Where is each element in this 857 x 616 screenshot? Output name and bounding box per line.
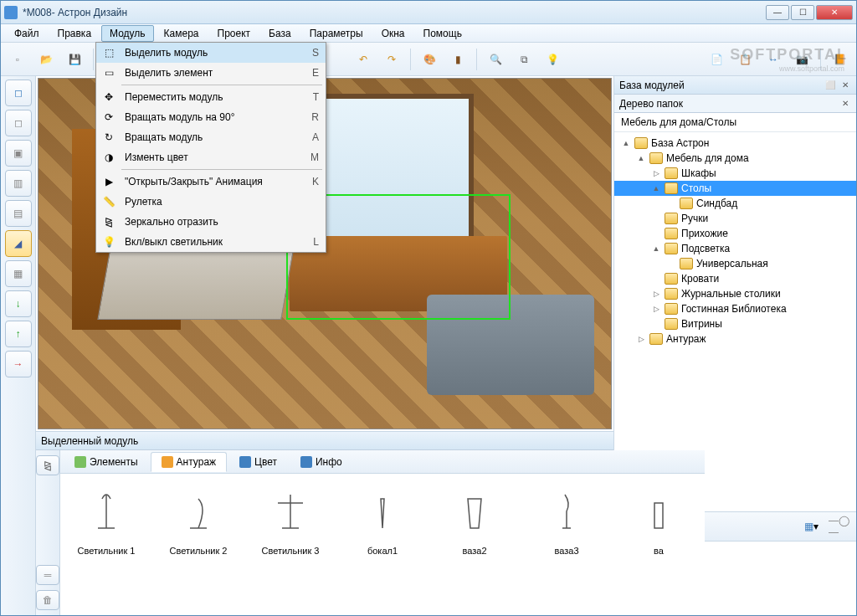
tree-item[interactable]: ▷Гостинная Библиотека <box>614 301 856 316</box>
tree-label: Прихожие <box>681 228 728 239</box>
help-button[interactable]: 📙 <box>828 48 851 71</box>
gallery-item[interactable]: ва <box>621 482 696 607</box>
new-button[interactable]: ▫ <box>6 48 29 71</box>
right-subtitle: Дерево папок <box>619 98 683 110</box>
tree-item[interactable]: Прихожие <box>614 226 856 241</box>
export-button[interactable]: 📋 <box>733 48 757 71</box>
tree-item[interactable]: Синдбад <box>614 196 856 211</box>
mirror-button[interactable]: ⧉ <box>512 48 536 71</box>
cube-front-icon[interactable]: ▣ <box>5 140 32 167</box>
camera-icon[interactable]: ▦ <box>5 260 32 287</box>
tree-toggle-icon[interactable]: ▲ <box>651 244 661 253</box>
tree-toggle-icon[interactable]: ▷ <box>651 305 661 313</box>
right-panel-header: База модулей ⬜ ✕ <box>614 76 856 95</box>
gallery-item[interactable]: Светильник 1 <box>69 482 144 607</box>
menu-файл[interactable]: Файл <box>6 25 48 42</box>
menu-item-label: "Открыть/Закрыть" Анимация <box>125 176 299 187</box>
close-tree-icon[interactable]: ✕ <box>839 98 851 110</box>
color-icon: ◑ <box>100 150 118 165</box>
trash-icon[interactable]: 🗑 <box>36 590 59 610</box>
menu-модуль[interactable]: Модуль <box>101 25 154 42</box>
tree-item[interactable]: Кровати <box>614 271 856 286</box>
gallery-thumb <box>634 482 684 541</box>
close-button[interactable]: ✕ <box>816 5 853 20</box>
gallery[interactable]: Светильник 1Светильник 2Светильник 3бока… <box>60 474 705 615</box>
close-panel-icon[interactable]: ✕ <box>839 80 851 91</box>
down-arrow-icon[interactable]: ↓ <box>5 290 32 317</box>
tree-item[interactable]: Универсальная <box>614 256 856 271</box>
cube-top-icon[interactable]: ▤ <box>5 200 32 227</box>
slider-icon[interactable]: ═ <box>36 565 59 585</box>
menu-item[interactable]: 📏Рулетка <box>96 192 326 212</box>
tree-toggle-icon[interactable]: ▲ <box>636 154 646 162</box>
perspective-icon[interactable]: ◢ <box>5 230 32 257</box>
tree-toggle-icon[interactable]: ▲ <box>621 139 631 147</box>
tab-инфо[interactable]: Инфо <box>290 452 353 472</box>
tab-элементы[interactable]: Элементы <box>64 452 149 472</box>
minimize-button[interactable]: — <box>766 5 789 20</box>
cube-solid-icon[interactable]: ◻ <box>5 80 32 106</box>
tree-item[interactable]: ▷Журнальные столики <box>614 286 856 301</box>
menu-item[interactable]: ✥Переместить модульT <box>96 87 326 107</box>
palette-button[interactable]: 🎨 <box>418 48 441 71</box>
gallery-label: Светильник 3 <box>262 546 320 556</box>
menu-item[interactable]: ↻Вращать модульA <box>96 127 326 147</box>
menu-помощь[interactable]: Помощь <box>415 25 470 42</box>
tab-цвет[interactable]: Цвет <box>228 452 288 472</box>
tree-toggle-icon[interactable]: ▷ <box>651 169 661 177</box>
right-arrow-icon[interactable]: → <box>5 351 32 377</box>
menu-item[interactable]: ▭Выделить элементE <box>96 63 326 83</box>
menu-item-shortcut: M <box>297 151 319 163</box>
cube-side-icon[interactable]: ▥ <box>5 170 32 197</box>
tree-label: Мебель для дома <box>666 152 749 164</box>
tree-toggle-icon[interactable]: ▷ <box>651 290 661 298</box>
tree-toggle-icon[interactable]: ▷ <box>636 335 646 343</box>
light-button[interactable]: 💡 <box>541 48 564 71</box>
snapshot-button[interactable]: 📷 <box>790 48 813 71</box>
redo-button[interactable]: ↷ <box>380 48 403 71</box>
zoom-button[interactable]: 🔍 <box>484 48 507 71</box>
menu-параметры[interactable]: Параметры <box>301 25 372 42</box>
mirror-h-icon[interactable]: ⧎ <box>36 455 59 475</box>
maximize-button[interactable]: ☐ <box>791 5 814 20</box>
menu-база[interactable]: База <box>260 25 300 42</box>
tree-item[interactable]: ▲База Астрон <box>614 136 856 151</box>
tree-item[interactable]: ▷Антураж <box>614 331 856 346</box>
tab-антураж[interactable]: Антураж <box>151 452 228 472</box>
menu-item[interactable]: ◑Изменть цветM <box>96 147 326 167</box>
save-button[interactable]: 💾 <box>63 48 86 71</box>
gallery-item[interactable]: Светильник 2 <box>161 482 236 607</box>
doc-button[interactable]: 📄 <box>705 48 728 71</box>
gallery-item[interactable]: ваза2 <box>437 482 512 607</box>
menu-проект[interactable]: Проект <box>209 25 259 42</box>
cube-wire-icon[interactable]: ◻ <box>5 110 32 136</box>
gallery-item[interactable]: ваза3 <box>529 482 604 607</box>
menu-item[interactable]: ▶"Открыть/Закрыть" АнимацияK <box>96 172 326 192</box>
tree-item[interactable]: ▷Шкафы <box>614 166 856 181</box>
menu-item-label: Зеркально отразить <box>125 216 305 228</box>
folder-icon <box>649 152 663 164</box>
gallery-item[interactable]: Светильник 3 <box>253 482 328 607</box>
menu-камера[interactable]: Камера <box>156 25 208 42</box>
menu-окна[interactable]: Окна <box>373 25 413 42</box>
dims-button[interactable]: ↔ <box>762 48 785 71</box>
view-mode-icon[interactable]: ▦▾ <box>799 515 823 538</box>
menu-item[interactable]: ⬚Выделить модульS <box>96 43 326 63</box>
tree-item[interactable]: Витрины <box>614 316 856 331</box>
undo-button[interactable]: ↶ <box>352 48 375 71</box>
tree-item[interactable]: ▲Столы <box>614 181 856 196</box>
menu-item[interactable]: 💡Вкл/выкл светильникL <box>96 232 326 252</box>
menu-item[interactable]: ⟳Вращать модуль на 90°R <box>96 107 326 127</box>
menu-item[interactable]: ⧎Зеркально отразить <box>96 212 326 232</box>
door-button[interactable]: ▮ <box>446 48 470 71</box>
tree-item[interactable]: ▲Подсветка <box>614 241 856 256</box>
open-button[interactable]: 📂 <box>34 48 58 71</box>
gallery-item[interactable]: бокал1 <box>345 482 420 607</box>
tree-item[interactable]: Ручки <box>614 211 856 226</box>
menu-правка[interactable]: Правка <box>49 25 100 42</box>
up-arrow-icon[interactable]: ↑ <box>5 321 32 347</box>
tree-item[interactable]: ▲Мебель для дома <box>614 151 856 166</box>
pin-icon[interactable]: ⬜ <box>824 80 836 91</box>
tree-toggle-icon[interactable]: ▲ <box>651 184 661 192</box>
zoom-slider[interactable]: —◯— <box>828 515 851 538</box>
